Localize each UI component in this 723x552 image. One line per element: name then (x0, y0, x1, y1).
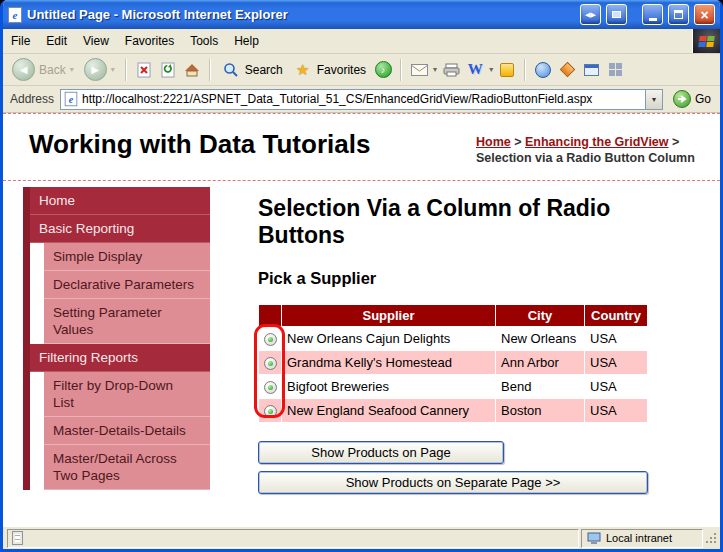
search-button[interactable]: Search (218, 59, 286, 81)
site-title: Working with Data Tutorials (29, 129, 370, 160)
menu-favorites[interactable]: Favorites (117, 29, 182, 53)
grid-header-supplier: Supplier (282, 305, 495, 326)
title-bar[interactable]: e Untitled Page - Microsoft Internet Exp… (3, 0, 720, 29)
back-label: Back (39, 63, 66, 77)
sidebar-accent-strip (23, 187, 30, 490)
action-buttons: Show Products on Page Show Products on S… (258, 441, 698, 494)
screen-glyph-icon (612, 11, 621, 18)
sidebar-item-filtering-reports[interactable]: Filtering Reports (30, 344, 210, 372)
grid-header-select (259, 305, 281, 326)
toolbar-separator (400, 59, 402, 81)
supplier-radio-cell[interactable] (259, 399, 281, 422)
back-button[interactable]: ◀ Back ▾ (9, 57, 77, 82)
breadcrumb-separator: > (669, 135, 680, 149)
city-cell: Ann Arbor (496, 351, 584, 374)
show-products-separate-page-button[interactable]: Show Products on Separate Page >> (258, 471, 648, 494)
address-dropdown-button[interactable]: ▾ (645, 90, 662, 109)
maximize-button[interactable] (668, 4, 689, 25)
radio-button-icon[interactable] (264, 333, 277, 346)
radio-button-icon[interactable] (264, 405, 277, 418)
grid-header-row: Supplier City Country (259, 305, 647, 326)
print-button[interactable] (441, 60, 461, 80)
ie-page-icon: e (8, 7, 22, 23)
refresh-button[interactable] (158, 60, 178, 80)
messenger-button[interactable] (497, 60, 517, 80)
address-input[interactable]: e http://localhost:2221/ASPNET_Data_Tuto… (60, 89, 663, 110)
supplier-radio-cell[interactable] (259, 375, 281, 398)
supplier-name-cell: New Orleans Cajun Delights (282, 327, 495, 350)
tiles-icon (609, 63, 622, 76)
status-bar: Local intranet (3, 526, 720, 549)
suppliers-gridview-wrap: Supplier City Country New Orleans Cajun … (258, 304, 648, 423)
menu-edit[interactable]: Edit (38, 29, 75, 53)
breadcrumb-link-home[interactable]: Home (476, 135, 511, 149)
sidebar-item-setting-parameter-values[interactable]: Setting Parameter Values (44, 299, 210, 344)
status-page-icon (12, 531, 23, 545)
breadcrumb: Home > Enhancing the GridView > Selectio… (476, 134, 706, 167)
menu-help[interactable]: Help (226, 29, 267, 53)
edit-with-word-button[interactable]: W (465, 60, 485, 80)
go-arrow-icon (673, 90, 691, 108)
radio-button-icon[interactable] (264, 381, 277, 394)
maximize-icon (674, 10, 683, 19)
media-button[interactable]: ♪ (373, 60, 393, 80)
status-left-pane (7, 529, 579, 548)
main-content: Selection Via a Column of Radio Buttons … (258, 195, 698, 494)
favorites-star-icon: ★ (293, 60, 313, 80)
extra-window-button-2[interactable] (606, 4, 627, 25)
country-cell: USA (585, 375, 647, 398)
address-bar: Address e http://localhost:2221/ASPNET_D… (3, 86, 720, 113)
sidebar-item-declarative-parameters[interactable]: Declarative Parameters (44, 271, 210, 299)
home-button[interactable] (182, 60, 202, 80)
sidebar-item-basic-reporting[interactable]: Basic Reporting (30, 215, 210, 243)
menu-view[interactable]: View (75, 29, 117, 53)
menu-file[interactable]: File (3, 29, 38, 53)
windows-logo-icon (692, 29, 720, 53)
sidebar-item-simple-display[interactable]: Simple Display (44, 243, 210, 271)
mail-caret-icon[interactable]: ▾ (433, 65, 437, 74)
sidebar-item-home[interactable]: Home (30, 187, 210, 215)
menu-tools[interactable]: Tools (182, 29, 226, 53)
sidebar-item-master-detail-across-two-pages[interactable]: Master/Detail Across Two Pages (44, 445, 210, 490)
search-icon (221, 60, 241, 80)
favorites-button[interactable]: ★ Favorites (290, 59, 369, 81)
table-row: New Orleans Cajun Delights New Orleans U… (259, 327, 647, 350)
radio-button-icon[interactable] (264, 357, 277, 370)
sidebar-item-master-details-details[interactable]: Master-Details-Details (44, 417, 210, 445)
grid-header-city: City (496, 305, 584, 326)
breadcrumb-link-enhancing-gridview[interactable]: Enhancing the GridView (525, 135, 669, 149)
window-tool-button[interactable] (581, 60, 601, 80)
close-button[interactable]: × (694, 4, 715, 25)
web-globe-button[interactable] (533, 60, 553, 80)
stop-button[interactable] (134, 60, 154, 80)
extra-window-button-1[interactable]: ◀▶ (580, 4, 601, 25)
table-row: New England Seafood Cannery Boston USA (259, 399, 647, 422)
toolbar-separator (209, 59, 211, 81)
city-cell: Boston (496, 399, 584, 422)
menu-bar: File Edit View Favorites Tools Help (3, 29, 720, 54)
sidebar-item-filter-by-drop-down-list[interactable]: Filter by Drop-Down List (44, 372, 210, 417)
supplier-radio-cell[interactable] (259, 351, 281, 374)
go-button[interactable]: Go (669, 90, 715, 108)
page-title: Selection Via a Column of Radio Buttons (258, 195, 618, 249)
supplier-radio-cell[interactable] (259, 327, 281, 350)
research-button[interactable] (557, 60, 577, 80)
forward-icon: ▶ (84, 58, 107, 81)
edit-caret-icon[interactable]: ▾ (489, 65, 493, 74)
forward-caret-icon: ▾ (111, 65, 115, 74)
address-url[interactable]: http://localhost:2221/ASPNET_Data_Tutori… (82, 92, 641, 106)
toolbar-separator (524, 59, 526, 81)
status-zone-pane: Local intranet (581, 529, 703, 548)
forward-button[interactable]: ▶ ▾ (81, 57, 118, 82)
standard-toolbar: ◀ Back ▾ ▶ ▾ Search ★ Favorites ♪ (3, 54, 720, 86)
word-icon: W (468, 61, 483, 78)
minimize-button[interactable] (642, 4, 663, 25)
show-products-on-page-button[interactable]: Show Products on Page (258, 441, 504, 464)
mail-button[interactable] (409, 60, 429, 80)
tiles-tool-button[interactable] (605, 60, 625, 80)
site-header: Working with Data Tutorials Home > Enhan… (3, 114, 720, 181)
grid-header-country: Country (585, 305, 647, 326)
back-icon: ◀ (12, 58, 35, 81)
browser-viewport: Working with Data Tutorials Home > Enhan… (3, 113, 720, 526)
resize-grip[interactable] (705, 530, 718, 547)
